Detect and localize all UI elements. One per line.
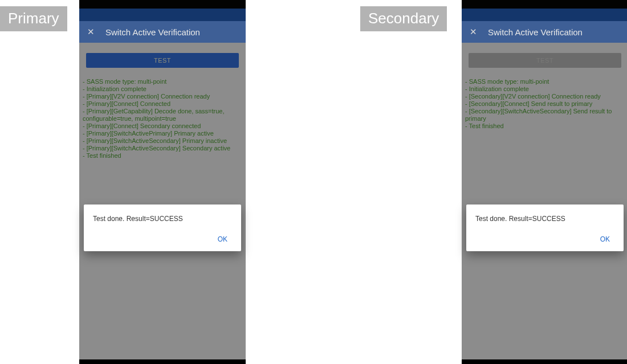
primary-phone: ✕ Switch Active Verification TEST - SASS… bbox=[79, 0, 246, 364]
dialog-message: Test done. Result=SUCCESS bbox=[475, 215, 614, 223]
app-topbar bbox=[462, 9, 627, 21]
result-dialog: Test done. Result=SUCCESS OK bbox=[84, 205, 241, 251]
log-line: - [Primary][SwitchActiveSecondary] Prima… bbox=[83, 137, 242, 145]
log-line: - [Primary][SwitchActiveSecondary] Secon… bbox=[83, 145, 242, 152]
ok-button[interactable]: OK bbox=[213, 233, 232, 246]
log-line: - [Primary][Connect] Secondary connected bbox=[83, 122, 242, 130]
page-title: Switch Active Verification bbox=[105, 27, 200, 37]
nav-bar bbox=[462, 359, 627, 364]
close-icon[interactable]: ✕ bbox=[84, 27, 97, 37]
log-line: - [Primary][V2V connection] Connection r… bbox=[83, 93, 242, 100]
dialog-actions: OK bbox=[475, 233, 614, 248]
result-dialog: Test done. Result=SUCCESS OK bbox=[466, 205, 624, 251]
log-line: - SASS mode type: multi-point bbox=[83, 78, 242, 85]
primary-tag-label: Primary bbox=[8, 10, 59, 27]
log-line: - Test finished bbox=[465, 122, 625, 130]
log-output: - SASS mode type: multi-point - Initiali… bbox=[79, 78, 246, 159]
log-line: - Initialization complete bbox=[83, 85, 242, 93]
test-button[interactable]: TEST bbox=[469, 53, 621, 68]
title-bar: ✕ Switch Active Verification bbox=[462, 21, 627, 43]
dialog-message: Test done. Result=SUCCESS bbox=[93, 215, 232, 223]
nav-bar bbox=[79, 359, 246, 364]
log-line: - SASS mode type: multi-point bbox=[465, 78, 625, 85]
ok-button[interactable]: OK bbox=[596, 233, 614, 246]
page-title: Switch Active Verification bbox=[488, 27, 583, 37]
status-bar bbox=[79, 0, 246, 9]
log-output: - SASS mode type: multi-point - Initiali… bbox=[462, 78, 627, 130]
secondary-phone: ✕ Switch Active Verification TEST - SASS… bbox=[462, 0, 627, 364]
app-topbar bbox=[79, 9, 246, 21]
log-line: - [Primary][GetCapability] Decode done, … bbox=[83, 108, 242, 122]
test-button-label: TEST bbox=[154, 57, 171, 64]
log-line: - [Secondary][SwitchActiveSecondary] Sen… bbox=[465, 108, 625, 122]
close-icon[interactable]: ✕ bbox=[466, 27, 480, 37]
log-line: - [Primary][Connect] Connected bbox=[83, 100, 242, 108]
log-line: - Initialization complete bbox=[465, 85, 625, 93]
title-bar: ✕ Switch Active Verification bbox=[79, 21, 246, 43]
secondary-tag: Secondary bbox=[360, 6, 447, 31]
primary-tag: Primary bbox=[0, 6, 67, 31]
test-button-label: TEST bbox=[536, 57, 553, 64]
body-area: TEST - SASS mode type: multi-point - Ini… bbox=[462, 43, 627, 330]
log-line: - [Primary][SwitchActivePrimary] Primary… bbox=[83, 130, 242, 137]
test-button[interactable]: TEST bbox=[86, 53, 239, 68]
secondary-tag-label: Secondary bbox=[368, 10, 439, 27]
log-line: - Test finished bbox=[83, 152, 242, 159]
dialog-actions: OK bbox=[93, 233, 232, 248]
log-line: - [Secondary][V2V connection] Connection… bbox=[465, 93, 625, 100]
log-line: - [Secondary][Connect] Send result to pr… bbox=[465, 100, 625, 108]
status-bar bbox=[462, 0, 627, 9]
body-area: TEST - SASS mode type: multi-point - Ini… bbox=[79, 43, 246, 330]
